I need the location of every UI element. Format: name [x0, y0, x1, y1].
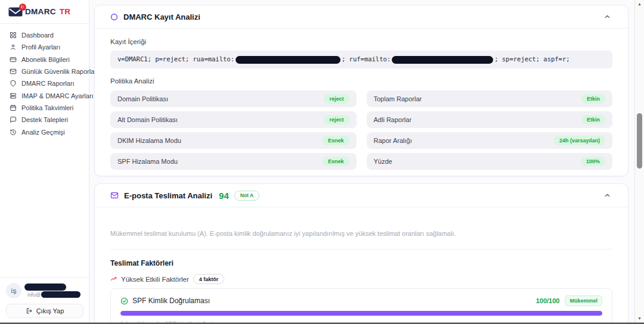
logout-label: Çıkış Yap	[36, 307, 64, 314]
grade-badge: Not A	[234, 191, 259, 201]
delivery-card-title: E-posta Teslimat Analizi	[124, 191, 212, 200]
sidebar-menu: Dashboard Profil Ayarları Abonelik Bilgi…	[0, 24, 89, 138]
logout-button[interactable]: Çıkış Yap	[6, 304, 83, 318]
logo[interactable]: ☪ DMARC TR	[0, 0, 89, 24]
sidebar-item-analiz-ge-mi-i[interactable]: Analiz Geçmişi	[0, 126, 89, 138]
status-badge: 24h (varsayılan)	[554, 136, 605, 145]
policy-grid: Domain Politikası reject Toplam Raporlar…	[110, 91, 612, 170]
policy-row: Toplam Raporlar Etkin	[367, 91, 613, 107]
dmarc-record-card-title: DMARC Kayıt Analizi	[123, 13, 200, 21]
user-icon	[10, 43, 17, 51]
sidebar-item-abonelik-bilgileri[interactable]: Abonelik Bilgileri	[0, 54, 89, 66]
user-profile[interactable]: İŞ info@	[6, 283, 83, 298]
brand-suffix: TR	[60, 7, 71, 16]
check-circle-icon	[120, 297, 128, 305]
ring-icon	[110, 13, 118, 21]
spf-factor-card: SPF Kimlik Doğrulaması 100/100 Mükemmel …	[110, 288, 612, 324]
logout-icon	[26, 307, 33, 314]
scroll-down-arrow-icon[interactable]: ▼	[635, 316, 644, 322]
delivery-factors-title: Teslimat Faktörleri	[110, 259, 612, 267]
policy-row: Rapor Aralığı 24h (varsayılan)	[367, 132, 613, 149]
high-impact-factors-label: Yüksek Etkili Faktörler	[121, 276, 189, 283]
redacted-user-name	[24, 284, 66, 291]
credit-card-icon	[10, 56, 17, 63]
policy-row: Domain Politikası reject	[110, 91, 357, 107]
turkish-flag-icon: ☪	[19, 4, 26, 11]
sidebar: ☪ DMARC TR Dashboard Profil Ayarları Abo…	[0, 0, 89, 324]
dmarc-record-value[interactable]: v=DMARC1; p=reject; rua=mailto:; ruf=mai…	[110, 51, 612, 68]
sidebar-item-dashboard[interactable]: Dashboard	[0, 29, 89, 41]
high-impact-factors-row: Yüksek Etkili Faktörler 4 faktör	[110, 274, 612, 284]
dmarc-record-card: DMARC Kayıt Analizi Kayıt İçeriği v=DMAR…	[94, 5, 628, 176]
factor-name: SPF Kimlik Doğrulaması	[132, 297, 210, 305]
chevron-up-icon	[603, 13, 611, 21]
shield-icon	[10, 80, 17, 87]
status-badge: Esnek	[323, 157, 349, 166]
sidebar-item-imap-dmarc-ayarlar-[interactable]: IMAP & DMARC Ayarları	[0, 89, 89, 101]
vertical-scrollbar[interactable]: ▲ ▼	[634, 0, 644, 324]
dashboard-icon	[10, 32, 17, 39]
policy-row: Alt Domain Politikası reject	[110, 111, 357, 128]
redacted-ruf-address	[392, 56, 493, 64]
status-badge: reject	[324, 115, 349, 124]
policy-analysis-label: Politika Analizi	[110, 77, 612, 85]
delivery-analysis-card: E-posta Teslimat Analizi 94 Not A Mükemm…	[94, 183, 628, 324]
status-badge: Etkin	[581, 94, 605, 104]
scroll-up-arrow-icon[interactable]: ▲	[635, 1, 644, 7]
policy-row: Yüzde 100%	[367, 153, 613, 170]
delivery-card-header: E-posta Teslimat Analizi 94 Not A	[95, 184, 628, 207]
sidebar-footer: İŞ info@ Çıkış Yap	[0, 277, 89, 324]
delivery-score: 94	[219, 191, 229, 201]
factor-count-badge: 4 faktör	[193, 274, 225, 284]
status-badge: reject	[324, 94, 349, 104]
user-email-prefix: info@	[27, 292, 41, 298]
chevron-up-icon	[603, 192, 611, 200]
mail-icon	[110, 191, 119, 200]
redacted-rua-address	[236, 56, 340, 64]
status-badge: Etkin	[581, 115, 605, 124]
calendar-icon	[10, 104, 17, 111]
factor-progress-track	[120, 311, 602, 316]
sidebar-item-dmarc-raporlar-[interactable]: DMARC Raporları	[0, 77, 89, 89]
factor-progress-fill	[120, 311, 602, 316]
policy-row: DKIM Hizalama Modu Esnek	[110, 132, 357, 149]
collapse-delivery-card-button[interactable]	[602, 191, 612, 201]
brand-name: DMARC	[25, 7, 56, 16]
redacted-user-email	[41, 291, 80, 298]
dmarc-record-card-header: DMARC Kayıt Analizi	[95, 5, 628, 29]
server-icon	[10, 92, 17, 99]
trending-up-icon	[110, 276, 117, 282]
envelope-logo-icon: ☪	[8, 6, 23, 18]
status-badge: Esnek	[323, 136, 349, 145]
divider	[110, 249, 612, 250]
sidebar-item-profil-ayarlar-[interactable]: Profil Ayarları	[0, 41, 89, 53]
avatar: İŞ	[6, 283, 21, 298]
status-badge: 100%	[581, 157, 605, 166]
delivery-description: Mükemmel teslimat kurulumu (A). E-posta …	[110, 230, 612, 237]
collapse-record-card-button[interactable]	[602, 12, 612, 22]
vertical-scrollbar-thumb[interactable]	[637, 113, 642, 169]
factor-score: 100/100	[536, 297, 560, 304]
policy-row: Adli Raporlar Etkin	[367, 111, 613, 128]
record-content-label: Kayıt İçeriği	[110, 38, 612, 45]
sidebar-item-destek-talepleri[interactable]: Destek Talepleri	[0, 114, 89, 126]
history-icon	[10, 129, 17, 136]
factor-rating-badge: Mükemmel	[565, 295, 602, 306]
mail-icon	[10, 68, 17, 75]
chat-icon	[10, 116, 17, 123]
policy-row: SPF Hizalama Modu Esnek	[110, 153, 357, 170]
main-content: DMARC Kayıt Analizi Kayıt İçeriği v=DMAR…	[89, 0, 634, 324]
sidebar-item-politika-takvimleri[interactable]: Politika Takvimleri	[0, 102, 89, 114]
sidebar-item-g-nl-k-g-venlik-raporlar-[interactable]: Günlük Güvenlik Raporları	[0, 66, 89, 77]
